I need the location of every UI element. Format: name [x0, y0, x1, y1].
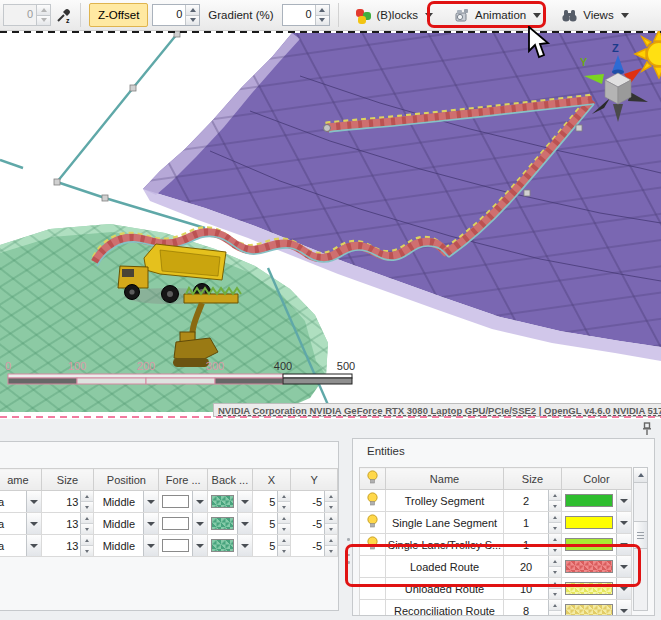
- entity-name[interactable]: Single Lane Segment: [386, 512, 504, 534]
- views-menu-button[interactable]: Views: [553, 3, 636, 27]
- position-value[interactable]: Middle: [94, 540, 143, 552]
- col-header-size[interactable]: Size: [41, 469, 94, 491]
- spinner[interactable]: [277, 535, 290, 556]
- blocks-menu-button[interactable]: (B)locks: [347, 3, 442, 27]
- x-value[interactable]: 5: [253, 496, 278, 508]
- font-name-value[interactable]: a: [0, 496, 26, 508]
- spinner[interactable]: [324, 535, 337, 556]
- dropdown-button[interactable]: [26, 513, 41, 534]
- entity-name[interactable]: Unloaded Route: [386, 578, 504, 600]
- spinner[interactable]: [80, 491, 93, 512]
- entity-size[interactable]: 20: [504, 561, 548, 573]
- dropdown-button[interactable]: [616, 490, 631, 511]
- scale-label: 0: [5, 360, 11, 372]
- dropdown-button[interactable]: [237, 513, 252, 534]
- position-value[interactable]: Middle: [94, 518, 143, 530]
- scroll-up-button[interactable]: [634, 468, 647, 483]
- entity-color-swatch[interactable]: [565, 604, 613, 616]
- entity-color-swatch[interactable]: [565, 538, 613, 551]
- spinner[interactable]: [324, 491, 337, 512]
- bulb-icon[interactable]: [366, 536, 379, 551]
- dropdown-button[interactable]: [616, 600, 631, 616]
- pick-z-eyedropper-icon[interactable]: z: [55, 7, 72, 24]
- spinner[interactable]: [324, 513, 337, 534]
- dropdown-button[interactable]: [616, 534, 631, 555]
- animation-menu-button[interactable]: Animation: [445, 3, 549, 27]
- entity-size[interactable]: 10: [504, 583, 548, 595]
- scroll-thumb[interactable]: [634, 521, 647, 549]
- col-header-position[interactable]: Position: [94, 469, 159, 491]
- spinner[interactable]: [548, 556, 561, 577]
- dropdown-button[interactable]: [26, 535, 41, 556]
- col-header-back[interactable]: Back ...: [208, 469, 253, 491]
- dropdown-button[interactable]: [616, 578, 631, 599]
- spinner[interactable]: [277, 513, 290, 534]
- entities-scrollbar[interactable]: [633, 467, 648, 611]
- z-offset-spinner[interactable]: 0: [152, 4, 200, 26]
- dropdown-button[interactable]: [237, 491, 252, 512]
- fore-color-swatch[interactable]: [162, 495, 189, 508]
- spinner[interactable]: [548, 578, 561, 599]
- dropdown-button[interactable]: [616, 556, 631, 577]
- col-header-y[interactable]: Y: [291, 469, 338, 491]
- entity-name[interactable]: Loaded Route: [386, 556, 504, 578]
- entity-size[interactable]: 1: [504, 539, 548, 551]
- dropdown-button[interactable]: [237, 535, 252, 556]
- size-value[interactable]: 13: [42, 518, 81, 530]
- col-header-fore[interactable]: Fore ...: [159, 469, 208, 491]
- dropdown-button[interactable]: [143, 535, 158, 556]
- spinner[interactable]: [548, 512, 561, 533]
- entity-name[interactable]: Trolley Segment: [386, 490, 504, 512]
- entity-color-swatch[interactable]: [565, 516, 613, 529]
- col-header-name[interactable]: ame: [0, 469, 41, 491]
- entity-name[interactable]: Reconciliation Route: [386, 600, 504, 617]
- pin-icon[interactable]: [641, 422, 653, 436]
- spinner[interactable]: [548, 600, 561, 616]
- y-value[interactable]: -5: [291, 518, 324, 530]
- col-header-x[interactable]: X: [252, 469, 291, 491]
- entity-name[interactable]: Single Lane/Trolley S...: [386, 534, 504, 556]
- spinner[interactable]: [80, 513, 93, 534]
- col-header-size[interactable]: Size: [504, 468, 562, 490]
- y-value[interactable]: -5: [291, 540, 324, 552]
- entity-color-swatch[interactable]: [565, 560, 613, 573]
- bulb-icon[interactable]: [366, 514, 379, 529]
- dropdown-button[interactable]: [26, 491, 41, 512]
- entity-color-swatch[interactable]: [565, 494, 613, 507]
- dropdown-button[interactable]: [192, 491, 207, 512]
- gradient-spinner[interactable]: 0: [282, 4, 330, 26]
- spinner[interactable]: [548, 490, 561, 511]
- size-value[interactable]: 13: [42, 496, 81, 508]
- 3d-viewport[interactable]: 0 100 200 300 400 500 Z Y: [0, 31, 661, 419]
- col-header-name[interactable]: Name: [386, 468, 504, 490]
- fore-color-swatch[interactable]: [162, 517, 189, 530]
- col-header-color[interactable]: Color: [562, 468, 632, 490]
- back-color-swatch[interactable]: [211, 539, 234, 552]
- z-offset-button[interactable]: Z-Offset: [89, 3, 148, 27]
- bulb-icon[interactable]: [366, 492, 379, 507]
- entity-size[interactable]: 1: [504, 517, 548, 529]
- dropdown-button[interactable]: [192, 513, 207, 534]
- x-value[interactable]: 5: [253, 540, 278, 552]
- dropdown-button[interactable]: [192, 535, 207, 556]
- position-value[interactable]: Middle: [94, 496, 143, 508]
- font-name-value[interactable]: a: [0, 518, 26, 530]
- spinner[interactable]: [277, 491, 290, 512]
- x-value[interactable]: 5: [253, 518, 278, 530]
- fore-color-swatch[interactable]: [162, 539, 189, 552]
- entity-size[interactable]: 2: [504, 495, 548, 507]
- spinner[interactable]: [80, 535, 93, 556]
- y-value[interactable]: -5: [291, 496, 324, 508]
- entity-size[interactable]: 8: [504, 605, 548, 617]
- size-value[interactable]: 13: [42, 540, 81, 552]
- panel-splitter[interactable]: [346, 538, 351, 564]
- col-header-visibility[interactable]: [360, 468, 386, 490]
- dropdown-button[interactable]: [143, 513, 158, 534]
- font-name-value[interactable]: a: [0, 540, 26, 552]
- dropdown-button[interactable]: [143, 491, 158, 512]
- entity-color-swatch[interactable]: [565, 582, 613, 595]
- back-color-swatch[interactable]: [211, 517, 234, 530]
- back-color-swatch[interactable]: [211, 495, 234, 508]
- dropdown-button[interactable]: [616, 512, 631, 533]
- spinner[interactable]: [548, 534, 561, 555]
